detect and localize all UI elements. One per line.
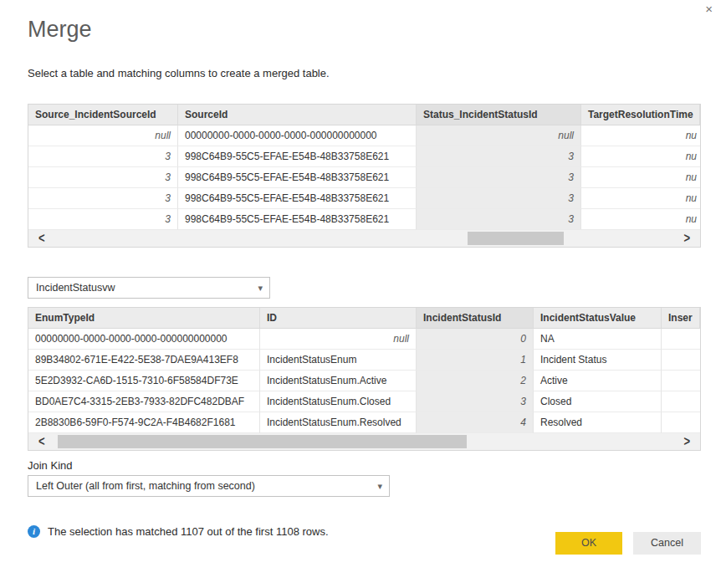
table-cell[interactable]: 3: [417, 167, 581, 188]
scrollbar-thumb[interactable]: [468, 232, 564, 245]
match-status-message: The selection has matched 1107 out of th…: [48, 525, 329, 538]
table-picker-dropdown[interactable]: IncidentStatusvw ▾: [28, 277, 270, 299]
table-cell[interactable]: 998C64B9-55C5-EFAE-E54B-48B33758E621: [178, 188, 417, 209]
table-cell[interactable]: null: [260, 329, 417, 350]
cancel-button[interactable]: Cancel: [633, 532, 701, 555]
table-cell[interactable]: Incident Status: [534, 350, 662, 371]
scroll-left-icon[interactable]: <: [38, 228, 45, 249]
table-cell[interactable]: null: [417, 125, 581, 146]
table-cell[interactable]: 1: [417, 350, 534, 371]
table-row: null 00000000-0000-0000-0000-00000000000…: [28, 125, 700, 146]
scroll-right-icon[interactable]: >: [683, 432, 690, 453]
chevron-down-icon: ▾: [258, 278, 263, 298]
table-cell[interactable]: IncidentStatusEnum.Resolved: [260, 412, 417, 433]
column-header-targetresolutiontime[interactable]: TargetResolutionTime: [581, 105, 700, 125]
table-cell[interactable]: [662, 371, 700, 391]
table-cell[interactable]: 3: [417, 146, 581, 167]
table-cell[interactable]: 3: [28, 167, 178, 188]
table-cell[interactable]: 3: [28, 146, 178, 167]
column-header-incidentstatusid[interactable]: IncidentStatusId: [417, 308, 534, 329]
table-row: 3 998C64B9-55C5-EFAE-E54B-48B33758E621 3…: [28, 146, 700, 167]
table-cell[interactable]: IncidentStatusEnum.Active: [260, 371, 417, 391]
match-status-row: i The selection has matched 1107 out of …: [28, 525, 329, 538]
table-cell[interactable]: Active: [534, 371, 662, 391]
table-cell[interactable]: nu: [581, 209, 700, 230]
table-cell[interactable]: NA: [534, 329, 662, 350]
column-header-incidentstatusvalue[interactable]: IncidentStatusValue: [534, 308, 662, 329]
table-cell[interactable]: 998C64B9-55C5-EFAE-E54B-48B33758E621: [178, 167, 417, 188]
table-cell[interactable]: 3: [28, 209, 178, 230]
first-table: Source_IncidentSourceId SourceId Status_…: [28, 104, 701, 248]
table-cell[interactable]: nu: [581, 125, 700, 146]
ok-button[interactable]: OK: [555, 532, 622, 555]
second-table: EnumTypeId ID IncidentStatusId IncidentS…: [28, 307, 701, 451]
table-row: 2B8830B6-59F0-F574-9C2A-F4B4682F1681 Inc…: [28, 412, 700, 433]
table-cell[interactable]: 3: [417, 188, 581, 209]
table-cell[interactable]: null: [28, 125, 178, 146]
table-cell[interactable]: 5E2D3932-CA6D-1515-7310-6F58584DF73E: [28, 371, 260, 391]
column-header-inserted[interactable]: Inser: [662, 308, 700, 329]
column-header-status-incidentstatusid[interactable]: Status_IncidentStatusId: [417, 105, 581, 125]
column-header-enumtypeid[interactable]: EnumTypeId: [28, 308, 260, 329]
first-table-header-row: Source_IncidentSourceId SourceId Status_…: [28, 105, 700, 125]
table-cell[interactable]: IncidentStatusEnum.Closed: [260, 391, 417, 412]
table-cell[interactable]: 4: [417, 412, 534, 433]
scrollbar-thumb[interactable]: [58, 435, 467, 448]
column-header-source-incidentsourceid[interactable]: Source_IncidentSourceId: [28, 105, 178, 125]
table-cell[interactable]: nu: [581, 188, 700, 209]
table-picker-value: IncidentStatusvw: [36, 282, 115, 294]
table-cell[interactable]: [662, 329, 700, 350]
column-header-sourceid[interactable]: SourceId: [178, 105, 417, 125]
join-kind-dropdown[interactable]: Left Outer (all from first, matching fro…: [28, 475, 390, 497]
table-cell[interactable]: 3: [417, 391, 534, 412]
second-table-horizontal-scrollbar[interactable]: < >: [28, 433, 700, 450]
table-cell[interactable]: 2: [417, 371, 534, 391]
table-cell[interactable]: nu: [581, 167, 700, 188]
table-cell[interactable]: 00000000-0000-0000-0000-000000000000: [178, 125, 417, 146]
table-row: BD0AE7C4-3315-2EB3-7933-82DFC482DBAF Inc…: [28, 391, 700, 412]
first-table-horizontal-scrollbar[interactable]: < >: [28, 230, 700, 247]
table-cell[interactable]: 00000000-0000-0000-0000-000000000000: [28, 329, 260, 350]
column-header-id[interactable]: ID: [260, 308, 417, 329]
table-cell[interactable]: BD0AE7C4-3315-2EB3-7933-82DFC482DBAF: [28, 391, 260, 412]
table-cell[interactable]: [662, 391, 700, 412]
table-cell[interactable]: [662, 412, 700, 433]
table-row: 3 998C64B9-55C5-EFAE-E54B-48B33758E621 3…: [28, 209, 700, 230]
join-kind-label: Join Kind: [28, 459, 72, 472]
table-cell[interactable]: [662, 350, 700, 371]
join-kind-value: Left Outer (all from first, matching fro…: [36, 480, 255, 492]
table-cell[interactable]: 2B8830B6-59F0-F574-9C2A-F4B4682F1681: [28, 412, 260, 433]
second-table-header-row: EnumTypeId ID IncidentStatusId IncidentS…: [28, 308, 700, 329]
table-cell[interactable]: Closed: [534, 391, 662, 412]
dialog-subtitle: Select a table and matching columns to c…: [28, 67, 330, 79]
table-cell[interactable]: Resolved: [534, 412, 662, 433]
scroll-left-icon[interactable]: <: [38, 432, 45, 453]
close-icon[interactable]: ×: [705, 3, 713, 16]
table-cell[interactable]: 89B34802-671E-E422-5E38-7DAE9A413EF8: [28, 350, 260, 371]
scroll-right-icon[interactable]: >: [683, 228, 690, 249]
table-row: 89B34802-671E-E422-5E38-7DAE9A413EF8 Inc…: [28, 350, 700, 371]
table-cell[interactable]: 998C64B9-55C5-EFAE-E54B-48B33758E621: [178, 209, 417, 230]
table-row: 5E2D3932-CA6D-1515-7310-6F58584DF73E Inc…: [28, 371, 700, 391]
table-cell[interactable]: nu: [581, 146, 700, 167]
page-title: Merge: [28, 17, 92, 43]
table-cell[interactable]: 0: [417, 329, 534, 350]
table-cell[interactable]: 998C64B9-55C5-EFAE-E54B-48B33758E621: [178, 146, 417, 167]
table-cell[interactable]: 3: [417, 209, 581, 230]
chevron-down-icon: ▾: [377, 476, 382, 496]
table-cell[interactable]: IncidentStatusEnum: [260, 350, 417, 371]
merge-dialog: × Merge Select a table and matching colu…: [0, 0, 721, 588]
info-icon: i: [28, 525, 40, 538]
table-cell[interactable]: 3: [28, 188, 178, 209]
table-row: 3 998C64B9-55C5-EFAE-E54B-48B33758E621 3…: [28, 188, 700, 209]
table-row: 00000000-0000-0000-0000-000000000000 nul…: [28, 329, 700, 350]
table-row: 3 998C64B9-55C5-EFAE-E54B-48B33758E621 3…: [28, 167, 700, 188]
